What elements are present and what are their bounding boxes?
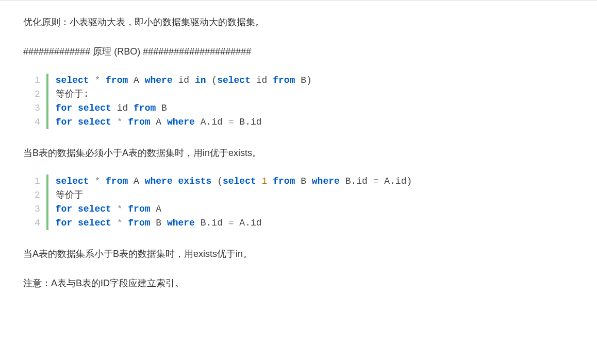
line-number: 4 <box>35 216 40 230</box>
code-line-1: select * from A where exists (select 1 f… <box>56 176 412 186</box>
line-number: 1 <box>35 74 40 88</box>
code-line-4: for select * from A where A.id = B.id <box>56 117 262 127</box>
code-line-1: select * from A where id in (select id f… <box>56 75 312 85</box>
code-block-1: 1 2 3 4 select * from A where id in (sel… <box>35 74 574 129</box>
paragraph-in-vs-exists: 当B表的数据集必须小于A表的数据集时，用in优于exists。 <box>23 146 574 161</box>
paragraph-note-index: 注意：A表与B表的ID字段应建立索引。 <box>23 276 574 291</box>
line-number: 1 <box>35 175 40 188</box>
code-1-content: select * from A where id in (select id f… <box>46 74 312 129</box>
paragraph-optimization-principle: 优化原则：小表驱动大表，即小的数据集驱动大的数据集。 <box>23 15 574 30</box>
code-line-3: for select * from A <box>56 204 161 214</box>
paragraph-principle-rbo-heading: ############# 原理 (RBO) #################… <box>23 44 574 59</box>
line-number: 2 <box>35 88 40 101</box>
code-2-gutter: 1 2 3 4 <box>35 175 46 230</box>
line-number: 3 <box>35 101 40 115</box>
paragraph-exists-vs-in: 当A表的数据集系小于B表的数据集时，用exists优于in。 <box>23 247 574 262</box>
code-2-content: select * from A where exists (select 1 f… <box>46 175 412 230</box>
line-number: 3 <box>35 202 40 216</box>
code-line-2: 等价于: <box>56 89 89 99</box>
document-page: 优化原则：小表驱动大表，即小的数据集驱动大的数据集。 #############… <box>0 0 597 321</box>
code-1-gutter: 1 2 3 4 <box>35 74 46 129</box>
code-line-3: for select id from B <box>56 103 167 113</box>
line-number: 2 <box>35 188 40 202</box>
line-number: 4 <box>35 115 40 129</box>
code-line-4: for select * from B where B.id = A.id <box>56 218 262 228</box>
code-line-2: 等价于 <box>56 190 84 200</box>
code-block-2: 1 2 3 4 select * from A where exists (se… <box>35 175 574 230</box>
